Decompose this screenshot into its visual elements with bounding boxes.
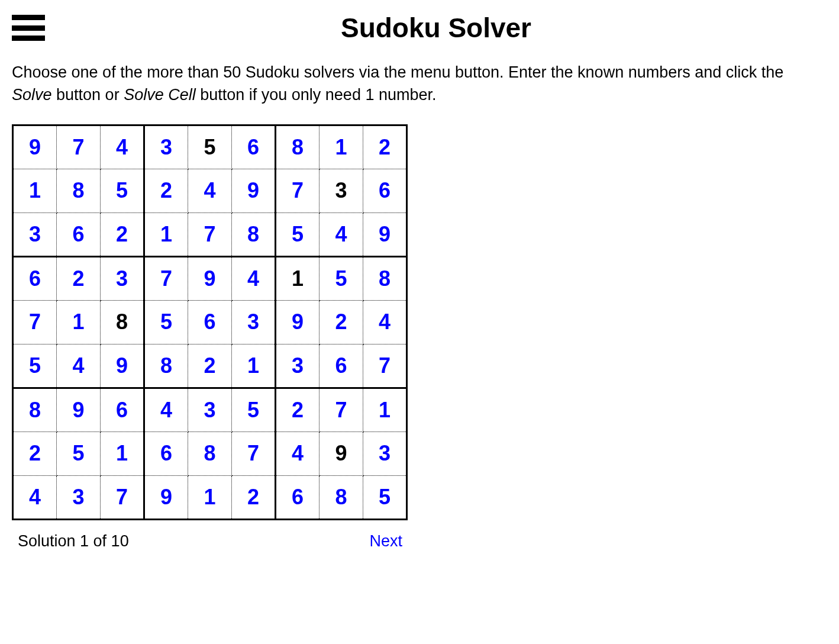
sudoku-cell[interactable]: 2	[276, 388, 320, 432]
sudoku-cell[interactable]: 3	[276, 344, 320, 388]
sudoku-grid: 9743568121852497363621785496237941587185…	[12, 124, 408, 520]
sudoku-cell[interactable]: 9	[144, 475, 188, 519]
sudoku-cell[interactable]: 9	[13, 125, 57, 169]
sudoku-cell[interactable]: 8	[232, 212, 276, 256]
sudoku-cell[interactable]: 4	[320, 212, 363, 256]
sudoku-cell[interactable]: 5	[57, 432, 101, 475]
sudoku-cell[interactable]: 1	[144, 212, 188, 256]
sudoku-cell[interactable]: 2	[101, 212, 144, 256]
sudoku-cell[interactable]: 8	[320, 475, 363, 519]
sudoku-cell[interactable]: 4	[276, 432, 320, 475]
sudoku-cell[interactable]: 6	[101, 388, 144, 432]
sudoku-cell[interactable]: 2	[363, 125, 407, 169]
sudoku-cell[interactable]: 8	[57, 169, 101, 212]
sudoku-cell[interactable]: 6	[13, 256, 57, 300]
sudoku-cell[interactable]: 4	[144, 388, 188, 432]
sudoku-cell[interactable]: 7	[232, 432, 276, 475]
sudoku-cell[interactable]: 7	[276, 169, 320, 212]
sudoku-cell[interactable]: 7	[188, 212, 232, 256]
sudoku-cell[interactable]: 3	[144, 125, 188, 169]
sudoku-cell[interactable]: 7	[13, 300, 57, 344]
sudoku-cell[interactable]: 9	[101, 344, 144, 388]
sudoku-cell[interactable]: 4	[232, 256, 276, 300]
sudoku-cell[interactable]: 6	[276, 475, 320, 519]
sudoku-cell[interactable]: 4	[13, 475, 57, 519]
sudoku-cell[interactable]: 4	[101, 125, 144, 169]
sudoku-cell[interactable]: 9	[188, 256, 232, 300]
instructions-text: Choose one of the more than 50 Sudoku so…	[12, 62, 827, 107]
sudoku-cell[interactable]: 8	[276, 125, 320, 169]
sudoku-cell[interactable]: 6	[320, 344, 363, 388]
sudoku-cell[interactable]: 5	[144, 300, 188, 344]
sudoku-cell[interactable]: 1	[232, 344, 276, 388]
sudoku-cell[interactable]: 8	[101, 300, 144, 344]
sudoku-cell[interactable]: 1	[188, 475, 232, 519]
sudoku-cell[interactable]: 4	[57, 344, 101, 388]
sudoku-cell[interactable]: 5	[13, 344, 57, 388]
sudoku-cell[interactable]: 3	[188, 388, 232, 432]
sudoku-cell[interactable]: 2	[188, 344, 232, 388]
sudoku-cell[interactable]: 1	[320, 125, 363, 169]
sudoku-cell[interactable]: 7	[101, 475, 144, 519]
sudoku-cell[interactable]: 6	[144, 432, 188, 475]
sudoku-cell[interactable]: 2	[320, 300, 363, 344]
sudoku-cell[interactable]: 9	[320, 432, 363, 475]
sudoku-cell[interactable]: 1	[363, 388, 407, 432]
sudoku-cell[interactable]: 5	[320, 256, 363, 300]
sudoku-cell[interactable]: 9	[363, 212, 407, 256]
sudoku-cell[interactable]: 5	[188, 125, 232, 169]
sudoku-cell[interactable]: 3	[101, 256, 144, 300]
sudoku-cell[interactable]: 2	[232, 475, 276, 519]
sudoku-cell[interactable]: 5	[276, 212, 320, 256]
sudoku-cell[interactable]: 4	[363, 300, 407, 344]
sudoku-cell[interactable]: 5	[363, 475, 407, 519]
sudoku-cell[interactable]: 3	[232, 300, 276, 344]
sudoku-cell[interactable]: 8	[188, 432, 232, 475]
solution-counter: Solution 1 of 10	[18, 532, 129, 550]
menu-icon[interactable]	[12, 15, 45, 41]
sudoku-cell[interactable]: 1	[101, 432, 144, 475]
sudoku-cell[interactable]: 1	[13, 169, 57, 212]
sudoku-cell[interactable]: 7	[144, 256, 188, 300]
sudoku-cell[interactable]: 8	[144, 344, 188, 388]
sudoku-cell[interactable]: 6	[188, 300, 232, 344]
sudoku-cell[interactable]: 2	[57, 256, 101, 300]
sudoku-cell[interactable]: 3	[363, 432, 407, 475]
sudoku-container: 9743568121852497363621785496237941587185…	[12, 124, 408, 550]
sudoku-cell[interactable]: 7	[57, 125, 101, 169]
sudoku-cell[interactable]: 7	[320, 388, 363, 432]
sudoku-cell[interactable]: 5	[232, 388, 276, 432]
sudoku-cell[interactable]: 3	[320, 169, 363, 212]
sudoku-cell[interactable]: 9	[276, 300, 320, 344]
sudoku-cell[interactable]: 3	[57, 475, 101, 519]
sudoku-cell[interactable]: 2	[144, 169, 188, 212]
sudoku-cell[interactable]: 3	[13, 212, 57, 256]
sudoku-cell[interactable]: 8	[13, 388, 57, 432]
sudoku-cell[interactable]: 4	[188, 169, 232, 212]
next-link[interactable]: Next	[369, 532, 402, 550]
sudoku-cell[interactable]: 9	[232, 169, 276, 212]
sudoku-cell[interactable]: 7	[363, 344, 407, 388]
sudoku-cell[interactable]: 6	[363, 169, 407, 212]
sudoku-cell[interactable]: 8	[363, 256, 407, 300]
sudoku-cell[interactable]: 9	[57, 388, 101, 432]
page-title: Sudoku Solver	[45, 12, 827, 44]
sudoku-cell[interactable]: 1	[57, 300, 101, 344]
sudoku-cell[interactable]: 6	[232, 125, 276, 169]
sudoku-cell[interactable]: 1	[276, 256, 320, 300]
sudoku-cell[interactable]: 6	[57, 212, 101, 256]
sudoku-cell[interactable]: 5	[101, 169, 144, 212]
sudoku-cell[interactable]: 2	[13, 432, 57, 475]
